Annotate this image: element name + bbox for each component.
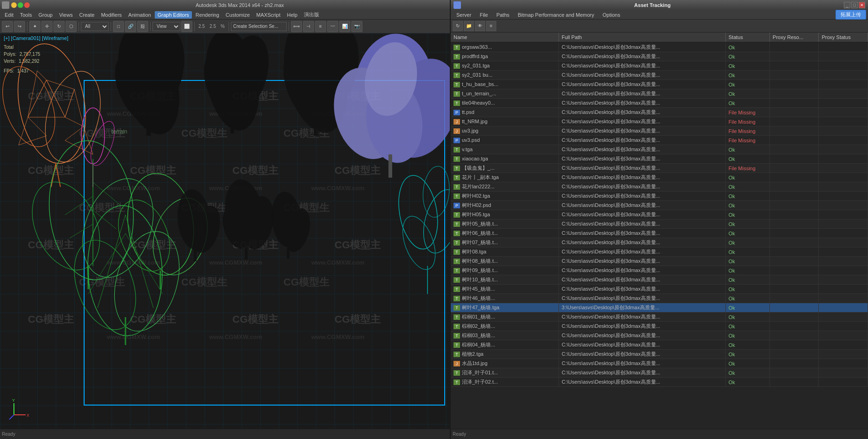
table-row[interactable]: Tsy2_031.tgaC:\Users\asvs\Desktop\原创3dma… xyxy=(451,61,868,71)
table-row[interactable]: T树叶08_杨墙.t...C:\Users\asvs\Desktop\原创3dm… xyxy=(451,257,868,266)
table-row[interactable]: T树叶46_杨墙...C:\Users\asvs\Desktop\原创3dmax… xyxy=(451,294,868,303)
asset-refresh-btn[interactable]: ↻ xyxy=(453,21,463,31)
table-row[interactable]: T树叶10_杨墙.t...C:\Users\asvs\Desktop\原创3dm… xyxy=(451,275,868,285)
mirror-btn[interactable]: ⟺ xyxy=(291,21,302,32)
scale-btn[interactable]: ⬡ xyxy=(66,21,77,32)
asset-folder-btn[interactable]: 📁 xyxy=(464,21,474,31)
minimize-btn[interactable] xyxy=(11,2,17,8)
align-btn[interactable]: ⊣ xyxy=(303,21,314,32)
proxy-status-cell xyxy=(819,313,868,322)
file-type-icon: T xyxy=(454,342,460,348)
menu-rendering[interactable]: Rendering xyxy=(193,11,222,19)
view-dropdown[interactable]: View xyxy=(152,22,180,31)
table-row[interactable]: T树叶07_杨墙.t...C:\Users\asvs\Desktop\原创3dm… xyxy=(451,238,868,247)
asset-menu-server[interactable]: Server xyxy=(453,11,475,19)
unlink-btn[interactable]: ⛓ xyxy=(137,21,148,32)
table-row[interactable]: Txiaocao.tgaC:\Users\asvs\Desktop\原创3dma… xyxy=(451,154,868,164)
table-row[interactable]: Tt_un_terrain_...C:\Users\asvs\Desktop\原… xyxy=(451,89,868,99)
table-row[interactable]: T树叶H02.tgaC:\Users\asvs\Desktop\原创3dmax高… xyxy=(451,192,868,201)
col-header-status[interactable]: Status xyxy=(725,33,769,42)
asset-name: uv3.jpg xyxy=(462,128,478,133)
table-row[interactable]: T棕榈03_杨墙...C:\Users\asvs\Desktop\原创3dmax… xyxy=(451,331,868,340)
table-row[interactable]: T树叶09_杨墙.t...C:\Users\asvs\Desktop\原创3dm… xyxy=(451,266,868,275)
menu-graph-editors[interactable]: Graph Editors xyxy=(155,11,192,19)
file-type-icon: T xyxy=(454,379,460,385)
table-row[interactable]: P树叶H02.psdC:\Users\asvs\Desktop\原创3dmax高… xyxy=(451,201,868,210)
asset-close-btn[interactable]: ✕ xyxy=(859,2,865,8)
link-btn[interactable]: 🔗 xyxy=(125,21,136,32)
table-row[interactable]: T棕榈01_杨墙...C:\Users\asvs\Desktop\原创3dmax… xyxy=(451,313,868,322)
menu-extra[interactable]: 演出版 xyxy=(301,10,322,19)
table-row[interactable]: T沼泽_叶子02.t...C:\Users\asvs\Desktop\原创3dm… xyxy=(451,378,868,387)
table-row[interactable]: T花片lan2222...C:\Users\asvs\Desktop\原创3dm… xyxy=(451,182,868,192)
table-row[interactable]: Jtt_NRM.jpgC:\Users\asvs\Desktop\原创3dmax… xyxy=(451,117,868,126)
table-row[interactable]: Ttile04heavy0...C:\Users\asvs\Desktop\原创… xyxy=(451,99,868,108)
asset-table-container[interactable]: Name Full Path Status Proxy Reso... Prox… xyxy=(451,33,868,429)
layer-btn[interactable]: ≡ xyxy=(315,21,326,32)
table-row[interactable]: Tv.tgaC:\Users\asvs\Desktop\原创3dmax高质量..… xyxy=(451,145,868,154)
menu-views[interactable]: Views xyxy=(56,11,75,19)
redo-btn[interactable]: ↪ xyxy=(14,21,25,32)
table-row[interactable]: T树叶47_杨墙.tga3:\Users\asvs\Desktop\原创3dma… xyxy=(451,303,868,313)
curve-btn[interactable]: 〰 xyxy=(327,21,338,32)
asset-list-btn[interactable]: ≡ xyxy=(486,21,496,31)
asset-menu-options[interactable]: Options xyxy=(599,11,624,19)
menu-animation[interactable]: Animation xyxy=(125,11,154,19)
col-header-path[interactable]: Full Path xyxy=(559,33,725,42)
col-header-proxy-status[interactable]: Proxy Status xyxy=(819,33,868,42)
table-row[interactable]: T树叶45_杨墙...C:\Users\asvs\Desktop\原创3dmax… xyxy=(451,285,868,294)
menu-group[interactable]: Group xyxy=(36,11,56,19)
table-row[interactable]: Tsy2_031 bu...C:\Users\asvs\Desktop\原创3d… xyxy=(451,71,868,80)
menu-maxscript[interactable]: MAXScript xyxy=(254,11,283,19)
table-row[interactable]: Puv3.psdC:\Users\asvs\Desktop\原创3dmax高质量… xyxy=(451,136,868,145)
table-row[interactable]: J水晶1td.jpgC:\Users\asvs\Desktop\原创3dmax高… xyxy=(451,359,868,368)
connect-upload-btn[interactable]: 拓展上传 xyxy=(835,10,866,20)
viewport-area[interactable]: CG模型主 CG模型主 CG模型主 CG模型主 CG模型主 CG模型主 CG模型… xyxy=(0,33,450,429)
table-row[interactable]: T棕榈04_杨墙...C:\Users\asvs\Desktop\原创3dmax… xyxy=(451,340,868,350)
asset-status-cell: File Missing xyxy=(725,126,769,136)
select-object-btn[interactable]: □ xyxy=(113,21,124,32)
table-row[interactable]: Tprodffrd.tgaC:\Users\asvs\Desktop\原创3dm… xyxy=(451,52,868,61)
table-row[interactable]: T树叶H05.tgaC:\Users\asvs\Desktop\原创3dmax高… xyxy=(451,210,868,220)
table-row[interactable]: T树叶05_杨墙.t...C:\Users\asvs\Desktop\原创3dm… xyxy=(451,220,868,229)
asset-menu-file[interactable]: File xyxy=(476,11,492,19)
table-row[interactable]: T棕榈02_杨墙...C:\Users\asvs\Desktop\原创3dmax… xyxy=(451,322,868,331)
menu-create[interactable]: Create xyxy=(76,11,97,19)
table-row[interactable]: T树叶08.tgaC:\Users\asvs\Desktop\原创3dmax高质… xyxy=(451,247,868,257)
select-region-btn[interactable]: ⬜ xyxy=(181,21,192,32)
asset-view-btn[interactable]: 👁 xyxy=(475,21,485,31)
move-btn[interactable]: ✛ xyxy=(41,21,53,32)
menu-modifiers[interactable]: Modifiers xyxy=(98,11,125,19)
table-row[interactable]: Torgsww363...C:\Users\asvs\Desktop\原创3dm… xyxy=(451,42,868,52)
svg-rect-8 xyxy=(230,117,234,133)
asset-minimize-btn[interactable]: _ xyxy=(844,2,850,8)
col-header-proxy-res[interactable]: Proxy Reso... xyxy=(769,33,819,42)
rotate-btn[interactable]: ↻ xyxy=(53,21,65,32)
menu-help[interactable]: Help xyxy=(284,11,301,19)
table-row[interactable]: T植物2.tgaC:\Users\asvs\Desktop\原创3dmax高质量… xyxy=(451,350,868,359)
table-row[interactable]: T树叶06_杨墙.t...C:\Users\asvs\Desktop\原创3dm… xyxy=(451,229,868,238)
table-row[interactable]: T花片丨_副本.tgaC:\Users\asvs\Desktop\原创3dmax… xyxy=(451,173,868,182)
file-type-icon: P xyxy=(454,110,460,115)
graph-btn[interactable]: 📊 xyxy=(339,21,350,32)
selection-input[interactable] xyxy=(231,22,287,31)
asset-menu-bitmap[interactable]: Bitmap Performance and Memory xyxy=(514,11,598,19)
asset-menu-paths[interactable]: Paths xyxy=(493,11,513,19)
camera-btn[interactable]: 📷 xyxy=(351,21,362,32)
table-row[interactable]: Juv3.jpgC:\Users\asvs\Desktop\原创3dmax高质量… xyxy=(451,126,868,136)
table-row[interactable]: T【吸血鬼】_...C:\Users\asvs\Desktop\原创3dmax高… xyxy=(451,164,868,173)
menu-customize[interactable]: Customize xyxy=(223,11,253,19)
table-row[interactable]: Tt_hu_base_bs...C:\Users\asvs\Desktop\原创… xyxy=(451,80,868,89)
status-badge: File Missing xyxy=(729,166,756,171)
menu-edit[interactable]: Edit xyxy=(2,11,16,19)
undo-btn[interactable]: ↩ xyxy=(2,21,13,32)
col-header-name[interactable]: Name xyxy=(451,33,559,42)
select-btn[interactable]: ✦ xyxy=(29,21,40,32)
asset-maximize-btn[interactable]: □ xyxy=(851,2,858,8)
table-row[interactable]: T沼泽_叶子01.t...C:\Users\asvs\Desktop\原创3dm… xyxy=(451,368,868,378)
selection-filter[interactable]: All xyxy=(81,22,109,31)
table-row[interactable]: Ptt.psdC:\Users\asvs\Desktop\原创3dmax高质量.… xyxy=(451,108,868,117)
menu-tools[interactable]: Tools xyxy=(17,11,35,19)
maximize-btn[interactable] xyxy=(18,2,23,8)
close-btn[interactable] xyxy=(24,2,30,8)
